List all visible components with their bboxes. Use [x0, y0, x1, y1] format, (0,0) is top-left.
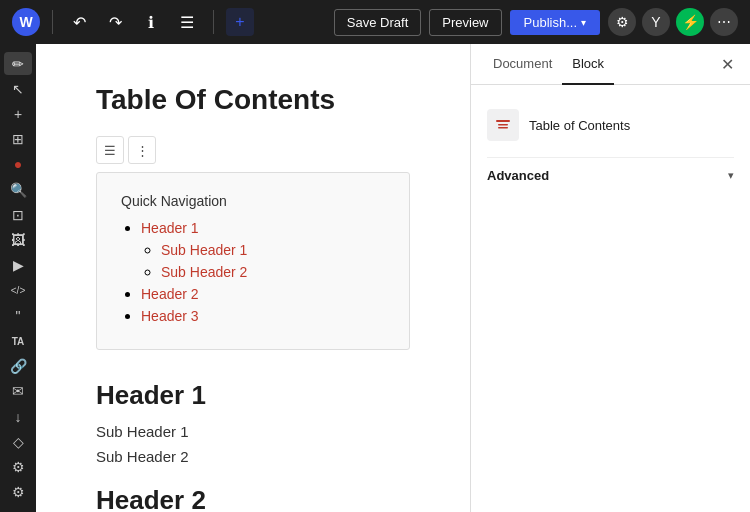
- sidebar-icon-plus[interactable]: +: [4, 102, 32, 125]
- advanced-label: Advanced: [487, 168, 549, 183]
- toc-link-subheader2[interactable]: Sub Header 2: [161, 264, 247, 280]
- more-options-icon[interactable]: ⋯: [710, 8, 738, 36]
- content-heading-1: Header 1: [96, 380, 410, 411]
- main-area: ✏ ↖ + ⊞ ● 🔍 ⊡ 🖼 ▶ </> " TA 🔗 ✉ ↓ ◇ ⚙ ⚙ T…: [0, 44, 750, 512]
- sidebar-icon-pointer[interactable]: ↖: [4, 77, 32, 100]
- toc-link-subheader1[interactable]: Sub Header 1: [161, 242, 247, 258]
- list-item: Header 3: [141, 307, 385, 325]
- toc-link-header3[interactable]: Header 3: [141, 308, 199, 324]
- toolbar-divider: [52, 10, 53, 34]
- block-label: Table of Contents: [529, 118, 630, 133]
- content-heading-2: Header 2: [96, 485, 410, 512]
- sidebar-icon-arrow[interactable]: ↓: [4, 405, 32, 428]
- menu-icon[interactable]: ☰: [173, 8, 201, 36]
- toc-list: Header 1 Sub Header 1 Sub Header 2 Heade…: [121, 219, 385, 325]
- sidebar-icon-search[interactable]: 🔍: [4, 178, 32, 201]
- sidebar-icon-code[interactable]: </>: [4, 279, 32, 302]
- sidebar-icon-red[interactable]: ●: [4, 153, 32, 176]
- panel-tabs: Document Block ✕: [471, 44, 750, 85]
- sidebar-icon-link[interactable]: 🔗: [4, 355, 32, 378]
- toc-link-header1[interactable]: Header 1: [141, 220, 199, 236]
- sidebar-icon-plugin[interactable]: ⚙: [4, 456, 32, 479]
- redo-icon[interactable]: ↷: [101, 8, 129, 36]
- publish-chevron-icon: ▾: [581, 17, 586, 28]
- panel-content: Table of Contents Advanced ▾: [471, 85, 750, 512]
- toolbar-actions: ⚙ Y ⚡ ⋯: [608, 8, 738, 36]
- save-draft-button[interactable]: Save Draft: [334, 9, 421, 36]
- preview-button[interactable]: Preview: [429, 9, 501, 36]
- advanced-chevron-icon: ▾: [728, 169, 734, 182]
- toc-more-icon[interactable]: ⋮: [128, 136, 156, 164]
- sidebar-icon-shapes[interactable]: ◇: [4, 430, 32, 453]
- list-item: Sub Header 2: [161, 263, 385, 281]
- right-panel: Document Block ✕ Table of Contents Advan…: [470, 44, 750, 512]
- toolbar-divider2: [213, 10, 214, 34]
- toc-block-icon: [487, 109, 519, 141]
- toc-title: Quick Navigation: [121, 193, 385, 209]
- sidebar-icon-text[interactable]: TA: [4, 329, 32, 352]
- block-add-icon[interactable]: +: [226, 8, 254, 36]
- toc-link-header2[interactable]: Header 2: [141, 286, 199, 302]
- left-sidebar: ✏ ↖ + ⊞ ● 🔍 ⊡ 🖼 ▶ </> " TA 🔗 ✉ ↓ ◇ ⚙ ⚙: [0, 44, 36, 512]
- performance-icon[interactable]: ⚡: [676, 8, 704, 36]
- settings-icon[interactable]: ⚙: [608, 8, 636, 36]
- toolbar: W ↶ ↷ ℹ ☰ + Save Draft Preview Publish..…: [0, 0, 750, 44]
- svg-rect-1: [498, 124, 508, 126]
- list-item: Sub Header 1: [161, 241, 385, 259]
- tab-block[interactable]: Block: [562, 44, 614, 85]
- block-toolbar: ☰ ⋮: [96, 136, 410, 164]
- user-icon[interactable]: Y: [642, 8, 670, 36]
- sidebar-icon-layout[interactable]: ⊡: [4, 203, 32, 226]
- tab-document[interactable]: Document: [483, 44, 562, 85]
- toolbar-left: W ↶ ↷ ℹ ☰ +: [12, 8, 254, 36]
- sidebar-icon-pages[interactable]: ⊞: [4, 128, 32, 151]
- list-item: Header 1 Sub Header 1 Sub Header 2: [141, 219, 385, 281]
- toolbar-right: Save Draft Preview Publish... ▾ ⚙ Y ⚡ ⋯: [334, 8, 738, 36]
- wp-logo-icon[interactable]: W: [12, 8, 40, 36]
- toc-sublist: Sub Header 1 Sub Header 2: [141, 241, 385, 281]
- sidebar-icon-settings[interactable]: ⚙: [4, 481, 32, 504]
- sidebar-icon-mail[interactable]: ✉: [4, 380, 32, 403]
- sidebar-icon-quote[interactable]: ": [4, 304, 32, 327]
- advanced-section[interactable]: Advanced ▾: [487, 157, 734, 193]
- content-subheader-1: Sub Header 1: [96, 423, 410, 440]
- publish-button[interactable]: Publish... ▾: [510, 10, 600, 35]
- svg-rect-2: [498, 127, 508, 129]
- svg-rect-0: [496, 120, 510, 122]
- list-item: Header 2: [141, 285, 385, 303]
- toc-block: Quick Navigation Header 1 Sub Header 1 S…: [96, 172, 410, 350]
- editor-area: Table Of Contents ☰ ⋮ Quick Navigation H…: [36, 44, 470, 512]
- block-info-item: Table of Contents: [487, 101, 734, 149]
- undo-icon[interactable]: ↶: [65, 8, 93, 36]
- info-icon[interactable]: ℹ: [137, 8, 165, 36]
- sidebar-icon-editor[interactable]: ✏: [4, 52, 32, 75]
- panel-close-icon[interactable]: ✕: [717, 51, 738, 78]
- sidebar-icon-video[interactable]: ▶: [4, 254, 32, 277]
- toc-list-icon[interactable]: ☰: [96, 136, 124, 164]
- content-subheader-2: Sub Header 2: [96, 448, 410, 465]
- panel-tabs-left: Document Block: [483, 44, 614, 84]
- sidebar-icon-media[interactable]: 🖼: [4, 229, 32, 252]
- page-title: Table Of Contents: [96, 84, 410, 116]
